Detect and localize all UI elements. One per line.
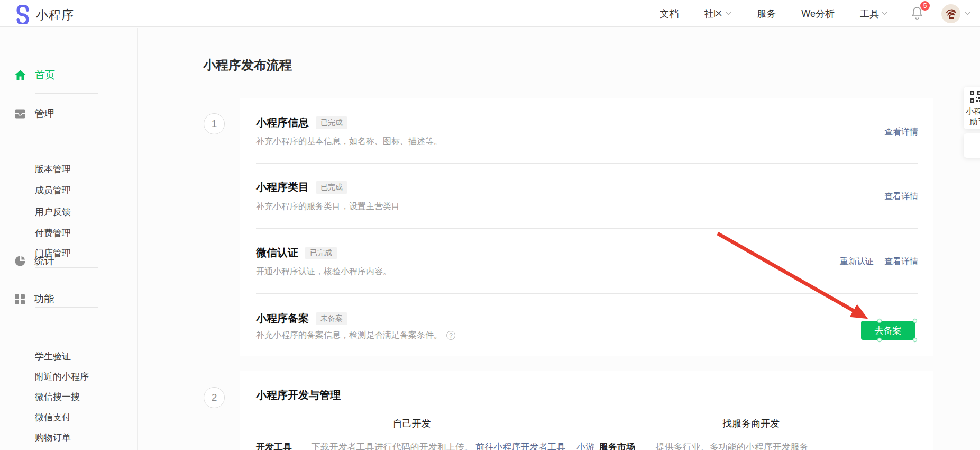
sidebar-item-student-verification[interactable]: 学生验证 (35, 350, 71, 363)
qr-code-icon (970, 91, 980, 103)
notifications-button[interactable]: 5 (900, 6, 934, 22)
sidebar-group-management[interactable]: 管理 (15, 107, 54, 121)
sidebar-item-wechat-pay[interactable]: 微信支付 (35, 411, 71, 424)
nav-item-tools[interactable]: 工具 (847, 7, 900, 20)
service-market-label: 服务市场 (599, 442, 635, 450)
sidebar-item-shopping-orders[interactable]: 购物订单 (35, 431, 71, 444)
avatar-logo-icon (945, 7, 957, 20)
view-details-link[interactable]: 查看详情 (884, 256, 918, 267)
row-divider (256, 163, 918, 164)
nav-item-community[interactable]: 社区 (691, 7, 744, 20)
account-avatar[interactable] (941, 4, 960, 23)
grid-icon (15, 294, 25, 304)
sidebar-item-nearby-miniprograms[interactable]: 附近的小程序 (35, 371, 89, 383)
chevron-down-icon (726, 12, 731, 15)
pie-chart-icon (15, 256, 25, 266)
dev-tools-row: 开发工具 下载开发者工具进行代码的开发和上传。 前往小程序开发者工具 小游 (256, 441, 594, 450)
status-badge: 已完成 (316, 181, 347, 194)
nav-item-docs[interactable]: 文档 (647, 7, 691, 20)
row-desc: 补充小程序的基本信息，如名称、图标、描述等。 (256, 136, 442, 147)
development-management-card: 小程序开发与管理 自己开发 找服务商开发 开发工具 下载开发者工具进行代码的开发… (240, 371, 933, 450)
go-file-record-button[interactable]: 去备案 (861, 321, 915, 340)
secondary-floating-panel[interactable] (964, 133, 980, 158)
row-title-wechat-verification: 微信认证 已完成 (256, 246, 337, 260)
home-icon (15, 70, 26, 80)
nav-item-we-analytics[interactable]: We分析 (789, 7, 847, 20)
sidebar-item-payment-management[interactable]: 付费管理 (35, 227, 71, 240)
notification-count-badge: 5 (920, 1, 930, 11)
status-badge: 已完成 (305, 247, 337, 259)
row-divider (256, 293, 918, 294)
page: 小程序 文档 社区 服务 We分析 工具 5 (0, 0, 980, 450)
sidebar-item-home[interactable]: 首页 (15, 68, 55, 82)
card2-heading: 小程序开发与管理 (256, 388, 341, 402)
devtools-link[interactable]: 前往小程序开发者工具 (475, 442, 565, 450)
nav-item-services[interactable]: 服务 (744, 7, 789, 20)
minigame-link[interactable]: 小游 (576, 442, 594, 450)
nav-menu: 文档 社区 服务 We分析 工具 5 (647, 0, 975, 27)
assistant-label-line1: 小程序 (964, 106, 980, 115)
row-title-miniprogram-info: 小程序信息 已完成 (256, 115, 347, 130)
row-title-miniprogram-filing: 小程序备案 未备案 (256, 311, 347, 326)
column-header-self-develop: 自己开发 (240, 417, 584, 430)
view-details-link[interactable]: 查看详情 (884, 191, 918, 202)
sidebar-group-features[interactable]: 功能 (15, 292, 54, 306)
sidebar-item-user-feedback[interactable]: 用户反馈 (35, 206, 71, 219)
assistant-floating-panel[interactable]: 小程序 助手 (964, 87, 980, 129)
top-navbar: 小程序 文档 社区 服务 We分析 工具 5 (0, 0, 980, 27)
row-title-miniprogram-category: 小程序类目 已完成 (256, 180, 347, 194)
sidebar-item-member-management[interactable]: 成员管理 (35, 184, 71, 197)
row-desc: 开通小程序认证，核验小程序内容。 (256, 266, 391, 277)
row-desc: 补充小程序的备案信息，检测是否满足备案条件。 ? (256, 330, 455, 341)
status-badge: 已完成 (316, 116, 347, 129)
row-desc: 补充小程序的服务类目，设置主营类目 (256, 201, 400, 212)
sidebar: 首页 管理 版本管理 成员管理 用户反馈 付费管理 门店管理 统计 (0, 28, 138, 450)
brand-title: 小程序 (36, 7, 74, 23)
service-market-row: 服务市场 提供多行业、多功能的小程序开发服务 (599, 441, 809, 450)
publish-steps-card: 小程序信息 已完成 补充小程序的基本信息，如名称、图标、描述等。 查看详情 小程… (240, 98, 933, 356)
sidebar-divider (35, 93, 98, 94)
inbox-icon (15, 109, 25, 119)
sidebar-group-statistics[interactable]: 统计 (15, 254, 54, 268)
sidebar-item-wechat-search[interactable]: 微信搜一搜 (35, 391, 80, 403)
chevron-down-icon (882, 12, 887, 15)
account-chevron-down-icon[interactable] (965, 12, 970, 15)
assistant-label-line2: 助手 (964, 117, 980, 126)
miniprogram-logo-icon (15, 5, 31, 24)
dev-tools-label: 开发工具 (256, 442, 292, 450)
step-2-number: 2 (204, 387, 225, 408)
step-1-number: 1 (204, 113, 225, 134)
question-circle-icon[interactable]: ? (446, 331, 455, 340)
brand[interactable]: 小程序 (15, 5, 74, 24)
status-badge: 未备案 (316, 312, 347, 325)
column-header-service-provider: 找服务商开发 (584, 417, 918, 430)
view-details-link[interactable]: 查看详情 (884, 127, 918, 138)
sidebar-item-version-management[interactable]: 版本管理 (35, 163, 71, 176)
sidebar-divider (35, 307, 98, 308)
page-title: 小程序发布流程 (203, 57, 292, 74)
row-divider (256, 228, 918, 229)
reverify-link[interactable]: 重新认证 (840, 256, 874, 267)
